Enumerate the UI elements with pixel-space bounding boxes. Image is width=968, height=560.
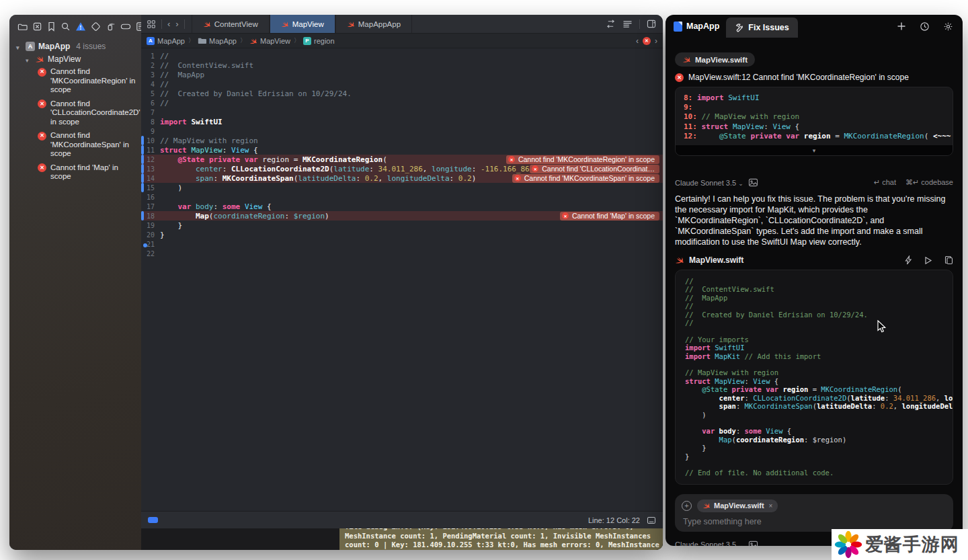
disclosure-chevron-icon[interactable]: ▾ xyxy=(26,56,32,66)
bookmark-navigator-icon[interactable] xyxy=(47,21,56,32)
code-line-13[interactable]: 13 center: CLLocationCoordinate2D(latitu… xyxy=(141,164,663,173)
add-context-icon[interactable]: + xyxy=(682,501,692,511)
related-items-icon[interactable] xyxy=(147,19,156,29)
code-line-4[interactable]: 4// xyxy=(141,79,663,89)
code-text: // xyxy=(160,52,169,61)
code-line: import MapKit // Add this import xyxy=(685,352,943,360)
code-line-1[interactable]: 1// xyxy=(141,51,663,61)
model-name: Claude Sonnet 3.5 xyxy=(675,179,736,187)
keyboard-icon[interactable] xyxy=(647,516,656,524)
code-line-8[interactable]: 8import SwiftUI xyxy=(141,117,663,126)
snippet-expand-button[interactable]: ▾ xyxy=(676,145,953,155)
code-line-9[interactable]: 9 xyxy=(141,126,663,136)
breakpoint-badge[interactable] xyxy=(148,517,158,523)
editor-tab-ContentView[interactable]: ContentView xyxy=(192,15,270,33)
breadcrumb-separator: 〉 xyxy=(188,36,194,45)
fix-issues-label: Fix Issues xyxy=(748,23,789,32)
next-issue-button[interactable]: › xyxy=(655,36,657,46)
breadcrumb-label: region xyxy=(314,37,335,45)
apply-lightning-icon[interactable] xyxy=(905,255,912,265)
code-line: // MapApp xyxy=(685,294,943,302)
code-line-14[interactable]: 14 span: MKCoordinateSpan(latitudeDelta:… xyxy=(141,173,663,183)
inline-error-badge[interactable]: ✕Cannot find 'MKCoordinateRegion' in sco… xyxy=(506,155,659,164)
code-line-20[interactable]: 20} xyxy=(141,230,663,239)
changes-navigator-icon[interactable] xyxy=(32,21,42,32)
context-file-chip[interactable]: MapView.swift xyxy=(675,52,755,67)
history-icon[interactable] xyxy=(920,22,930,32)
code-line-11[interactable]: 11struct MapView: View { xyxy=(141,145,663,155)
issue-item[interactable]: ✕Cannot find 'CLLocationCoordinate2D' in… xyxy=(38,99,137,127)
breadcrumb-item-MapApp[interactable]: MapApp xyxy=(198,37,237,45)
code-line: Map(coordinateRegion: $region) xyxy=(685,436,943,444)
breadcrumb-item-MapApp[interactable]: AMapApp xyxy=(147,37,185,45)
model-selector[interactable]: Claude Sonnet 3.5 ⌄ xyxy=(675,541,743,546)
snippet-line: 11: struct MapView: View { xyxy=(684,122,944,132)
code-line: import SwiftUI xyxy=(685,344,943,352)
code-line-22[interactable]: 22 xyxy=(141,249,663,258)
forward-button[interactable]: › xyxy=(175,19,178,29)
message-input[interactable]: + MapView.swift × Type something here xyxy=(675,494,953,532)
assistant-app-tab[interactable]: MapApp xyxy=(674,22,719,32)
tab-label: MapView xyxy=(292,20,324,28)
code-line-17[interactable]: 17 var body: some View { xyxy=(141,202,663,211)
code-text: var body: some View { xyxy=(160,202,272,211)
inline-error-badge[interactable]: ✕Cannot find 'CLLocationCoordinat… xyxy=(530,165,659,173)
add-editor-icon[interactable] xyxy=(647,19,656,28)
file-row[interactable]: ▾ MapView xyxy=(26,54,137,65)
project-row[interactable]: ▾ A MapApp 4 issues xyxy=(16,42,137,52)
image-attach-icon[interactable] xyxy=(748,541,758,546)
disclosure-chevron-icon[interactable]: ▾ xyxy=(16,43,22,53)
issue-navigator-icon[interactable] xyxy=(75,21,86,32)
code-line-16[interactable]: 16 xyxy=(141,192,663,202)
breakpoint-navigator-icon[interactable] xyxy=(120,21,131,32)
breadcrumb-item-region[interactable]: Pregion xyxy=(303,37,335,45)
chevron-down-icon: ⌄ xyxy=(738,180,743,187)
line-number: 13 xyxy=(144,165,160,173)
source-editor[interactable]: 1//2// ContentView.swift3// MapApp4//5//… xyxy=(141,48,663,511)
code-line-6[interactable]: 6// xyxy=(141,98,663,108)
debug-navigator-icon[interactable] xyxy=(106,21,116,32)
code-line-12[interactable]: 12 @State private var region = MKCoordin… xyxy=(141,155,663,164)
code-line-19[interactable]: 19 } xyxy=(141,221,663,230)
code-line-15[interactable]: 15 ) xyxy=(141,183,663,192)
attached-file-chip[interactable]: MapView.swift × xyxy=(697,499,778,512)
search-navigator-icon[interactable] xyxy=(61,21,71,32)
code-line-5[interactable]: 5// Created by Daniel Edrisian on 10/29/… xyxy=(141,89,663,98)
error-icon: ✕ xyxy=(38,99,46,108)
editor-tab-MapView[interactable]: MapView xyxy=(270,15,335,33)
code-line-3[interactable]: 3// MapApp xyxy=(141,70,663,79)
remove-chip-icon[interactable]: × xyxy=(769,502,773,510)
code-line-2[interactable]: 2// ContentView.swift xyxy=(141,61,663,70)
code-line-18[interactable]: 18 Map(coordinateRegion: $region)✕Cannot… xyxy=(141,211,663,221)
settings-gear-icon[interactable] xyxy=(943,22,953,32)
code-line-10[interactable]: 10// MapView with region xyxy=(141,136,663,145)
new-chat-icon[interactable] xyxy=(897,22,906,31)
inline-error-badge[interactable]: ✕Cannot find 'Map' in scope xyxy=(560,212,659,221)
error-label: Cannot find 'MKCoordinateRegion' in scop… xyxy=(518,155,655,163)
editor-tab-MapAppApp[interactable]: MapAppApp xyxy=(335,15,412,33)
fix-issues-tab[interactable]: Fix Issues xyxy=(726,17,797,38)
issue-item[interactable]: ✕Cannot find 'MKCoordinateRegion' in sco… xyxy=(38,67,137,95)
issue-item[interactable]: ✕Cannot find 'Map' in scope xyxy=(38,163,137,182)
line-number: 20 xyxy=(144,231,160,239)
issue-indicator-icon[interactable]: ✕ xyxy=(643,37,651,45)
inline-error-badge[interactable]: ✕Cannot find 'MKCoordinateSpan' in scope xyxy=(512,174,659,183)
test-navigator-icon[interactable] xyxy=(91,21,101,32)
code-line-7[interactable]: 7 xyxy=(141,108,663,117)
issue-code-snippet: 8: import SwiftUI9:10: // MapView with r… xyxy=(675,87,953,156)
copy-icon[interactable] xyxy=(944,255,953,265)
code-line-21[interactable]: 21 xyxy=(141,239,663,249)
code-review-icon[interactable] xyxy=(606,19,616,28)
run-play-icon[interactable] xyxy=(924,256,932,265)
code-text: // xyxy=(160,80,169,89)
breadcrumb-item-MapView[interactable]: MapView xyxy=(249,37,290,45)
adjust-editor-icon[interactable] xyxy=(622,20,633,28)
image-attach-icon[interactable] xyxy=(748,178,758,187)
previous-issue-button[interactable]: ‹ xyxy=(636,36,639,46)
code-card: //// ContentView.swift// MapApp//// Crea… xyxy=(675,270,953,485)
cursor-position-label: Line: 12 Col: 22 xyxy=(588,516,640,524)
model-selector[interactable]: Claude Sonnet 3.5 ⌄ xyxy=(675,179,743,187)
issue-item[interactable]: ✕Cannot find 'MKCoordinateSpan' in scope xyxy=(38,131,137,159)
project-navigator-icon[interactable] xyxy=(17,21,28,32)
back-button[interactable]: ‹ xyxy=(167,19,170,29)
